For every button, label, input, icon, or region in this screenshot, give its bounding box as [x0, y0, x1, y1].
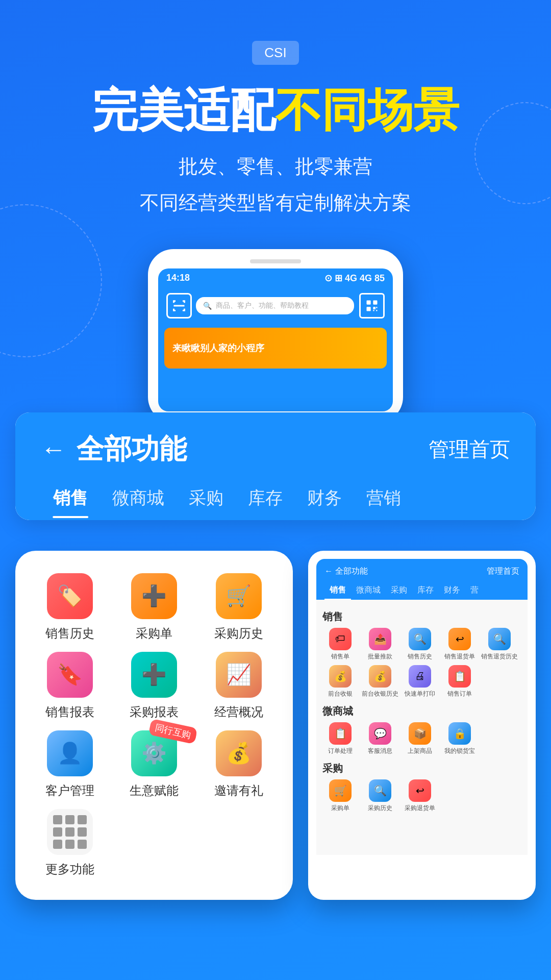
- purchase-report-icon[interactable]: ➕: [131, 652, 177, 698]
- mini-icon-label: 采购单: [331, 804, 349, 813]
- list-item: 🔍 销售历史: [402, 628, 438, 661]
- mini-back[interactable]: ← 全部功能: [324, 566, 367, 577]
- mini-tab-wechat[interactable]: 微商城: [351, 582, 386, 600]
- mini-header: ← 全部功能 管理首页 销售 微商城 采购 库存 财务 营: [316, 559, 528, 600]
- csi-tag: CSI: [252, 41, 298, 65]
- mini-lock-treasure[interactable]: 🔒: [448, 722, 471, 745]
- mini-icon-label: 客服消息: [368, 747, 392, 755]
- mini-purchase-order[interactable]: 🛒: [329, 779, 352, 802]
- mini-sales-history[interactable]: 🔍: [409, 628, 431, 650]
- list-item: ➕ 采购报表: [117, 652, 191, 720]
- mini-sales-return[interactable]: ↩: [448, 628, 471, 650]
- mini-icon-row-wechat: 📋 订单处理 💬 客服消息 📦 上架商品 🔒 我的锁货宝: [322, 722, 521, 755]
- status-bar: 14:18 ⊙ ⊞ 4G 4G 85: [158, 268, 393, 288]
- sales-history-icon[interactable]: 🏷️: [47, 573, 93, 619]
- list-item: 同行互购 ⚙️ 生意赋能: [117, 730, 191, 799]
- mini-section-sales: 销售: [322, 610, 521, 624]
- mini-icon-label: 前台收银: [328, 690, 353, 698]
- mini-batch-push[interactable]: 📤: [369, 628, 391, 650]
- mini-tab-sales[interactable]: 销售: [324, 582, 351, 600]
- sales-report-icon[interactable]: 🔖: [47, 652, 93, 698]
- mini-sales-order2[interactable]: 📋: [448, 665, 471, 688]
- mini-icon-label: 快速单打印: [405, 690, 435, 698]
- business-overview-icon[interactable]: 📈: [216, 652, 262, 698]
- mini-icon-row-purchase: 🛒 采购单 🔍 采购历史 ↩ 采购退货单: [322, 779, 521, 813]
- list-item: 📦 上架商品: [402, 722, 438, 755]
- function-card-title-text: 全部功能: [77, 431, 187, 468]
- invite-gift-icon[interactable]: 💰: [216, 730, 262, 776]
- mini-quick-print[interactable]: 🖨: [409, 665, 431, 688]
- purchase-history-icon[interactable]: 🛒: [216, 573, 262, 619]
- mini-tab-finance[interactable]: 财务: [439, 582, 465, 600]
- list-item: 📋 销售订单: [442, 665, 478, 698]
- status-icons: ⊙ ⊞ 4G 4G 85: [324, 273, 385, 284]
- mini-content: 销售 🏷 销售单 📤 批量推款 🔍 销售历史 ↩ 销售退货单: [316, 600, 528, 855]
- list-item: 🔒 我的锁货宝: [442, 722, 478, 755]
- more-functions-icon[interactable]: [47, 809, 93, 855]
- list-item: 💰 前台收银历史: [362, 665, 398, 698]
- back-arrow-icon[interactable]: ←: [41, 434, 66, 464]
- purchase-order-icon[interactable]: ➕: [131, 573, 177, 619]
- function-card-header: ← 全部功能 管理首页: [15, 412, 536, 468]
- list-item: 🔍 采购历史: [362, 779, 398, 813]
- mini-purchase-return[interactable]: ↩: [409, 779, 431, 802]
- bottom-area: 🏷️ 销售历史 ➕ 采购单 🛒 采购历史 🔖 销售报表 ➕ 采购报表 📈: [0, 530, 551, 930]
- icon-label: 销售报表: [45, 704, 94, 720]
- list-item: 🏷️ 销售历史: [33, 573, 107, 642]
- mini-order-process[interactable]: 📋: [329, 722, 352, 745]
- icon-label: 客户管理: [45, 782, 94, 799]
- subtitle2: 不同经营类型皆有定制解决方案: [31, 187, 520, 218]
- mini-tab-purchase[interactable]: 采购: [386, 582, 412, 600]
- mini-icon-label: 前台收银历史: [362, 690, 398, 698]
- phone-notch: [250, 259, 301, 263]
- mini-icon-label: 销售历史: [408, 652, 432, 661]
- function-card-title: ← 全部功能: [41, 431, 187, 468]
- mini-tab-inventory[interactable]: 库存: [412, 582, 439, 600]
- list-item: 📈 经营概况: [202, 652, 276, 720]
- svg-rect-5: [376, 310, 377, 311]
- mini-customer-msg[interactable]: 💬: [369, 722, 391, 745]
- list-item: 🔍 销售退货历史: [482, 628, 517, 661]
- manage-home-link[interactable]: 管理首页: [429, 435, 510, 463]
- scan-icon[interactable]: [166, 293, 192, 318]
- list-item: 📤 批量推款: [362, 628, 398, 661]
- icon-label: 邀请有礼: [214, 782, 263, 799]
- mini-manage-home[interactable]: 管理首页: [487, 566, 519, 577]
- qr-icon[interactable]: [359, 293, 385, 318]
- icon-label: 采购报表: [130, 704, 179, 720]
- right-phone: ← 全部功能 管理首页 销售 微商城 采购 库存 财务 营 销售 🏷 销售单: [308, 551, 536, 900]
- mini-purchase-history[interactable]: 🔍: [369, 779, 391, 802]
- icon-label: 经营概况: [214, 704, 263, 720]
- mini-tab-marketing[interactable]: 营: [465, 582, 484, 600]
- mini-tabs: 销售 微商城 采购 库存 财务 营: [324, 582, 519, 600]
- mini-cashier[interactable]: 💰: [329, 665, 352, 688]
- mini-cashier-history[interactable]: 💰: [369, 665, 391, 688]
- svg-rect-3: [367, 307, 371, 311]
- customer-mgmt-icon[interactable]: 👤: [47, 730, 93, 776]
- tab-finance[interactable]: 财务: [295, 478, 354, 518]
- mini-icon-label: 销售订单: [447, 690, 472, 698]
- list-item: 🔖 销售报表: [33, 652, 107, 720]
- phone-mockup: 14:18 ⊙ ⊞ 4G 4G 85 🔍 商品、客户、功能、帮助教程: [148, 249, 403, 423]
- function-card: ← 全部功能 管理首页 销售 微商城 采购 库存 财务 营销: [15, 412, 536, 520]
- tab-sales[interactable]: 销售: [41, 478, 100, 518]
- mini-sales-order[interactable]: 🏷: [329, 628, 352, 650]
- mini-icon-label: 我的锁货宝: [444, 747, 475, 755]
- tab-purchase[interactable]: 采购: [177, 478, 236, 518]
- mini-section-purchase: 采购: [322, 762, 521, 775]
- icon-label: 生意赋能: [130, 782, 179, 799]
- icon-label: 采购单: [136, 625, 172, 642]
- icon-grid: 🏷️ 销售历史 ➕ 采购单 🛒 采购历史 🔖 销售报表 ➕ 采购报表 📈: [28, 563, 281, 888]
- mini-icon-label: 销售退货单: [444, 652, 475, 661]
- svg-rect-4: [373, 307, 375, 309]
- mini-icon-row-sales: 🏷 销售单 📤 批量推款 🔍 销售历史 ↩ 销售退货单 🔍 销售退货: [322, 628, 521, 698]
- mini-icon-label: 采购历史: [368, 804, 392, 813]
- tab-marketing[interactable]: 营销: [354, 478, 413, 518]
- tab-wechat-mall[interactable]: 微商城: [100, 478, 177, 518]
- mini-shelf-goods[interactable]: 📦: [409, 722, 431, 745]
- main-title: 完美适配不同场景: [31, 85, 520, 136]
- mini-sales-return-history[interactable]: 🔍: [488, 628, 511, 650]
- svg-rect-2: [373, 300, 377, 304]
- tab-inventory[interactable]: 库存: [236, 478, 295, 518]
- svg-rect-6: [373, 310, 374, 311]
